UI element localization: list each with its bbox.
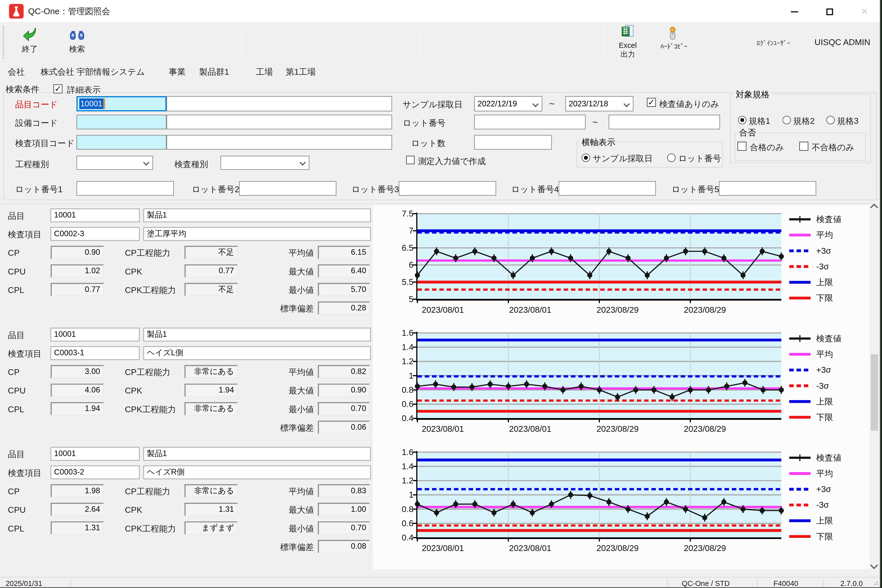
legend-label: 検査値 — [816, 214, 842, 224]
stddev-label: 標準偏差 — [256, 423, 314, 433]
toolbar-separator — [54, 26, 55, 59]
cpk-value-box: 1.31 — [184, 502, 238, 516]
minimize-button[interactable] — [781, 0, 808, 22]
sample-date-to-select[interactable]: 2023/12/18 — [566, 96, 633, 111]
toolbar-grip — [3, 26, 4, 58]
close-button[interactable]: × — [851, 0, 878, 22]
lot-no-to-input[interactable] — [609, 115, 720, 129]
svg-text:0.8: 0.8 — [402, 385, 413, 394]
svg-text:6.5: 6.5 — [402, 243, 413, 252]
lot-count-input[interactable] — [474, 135, 552, 150]
svg-text:5.5: 5.5 — [402, 277, 413, 286]
x-axis-label: 2023/08/01 — [422, 424, 464, 434]
xaxis-sample-date-radio[interactable] — [582, 153, 590, 162]
lot-no-from-input[interactable] — [474, 115, 586, 129]
fail-only-checkbox[interactable] — [800, 142, 808, 151]
scrollbar-thumb[interactable] — [871, 354, 878, 431]
item-code-box: 10001 — [51, 447, 140, 460]
inspection-item-code-input[interactable] — [76, 135, 166, 150]
inspection-type-select[interactable] — [220, 156, 309, 170]
svg-text:1: 1 — [409, 490, 414, 500]
legend-label: 上限 — [816, 397, 833, 406]
cp_capability-value-box: 非常にある — [184, 484, 238, 498]
equipment-name-input[interactable] — [166, 115, 392, 129]
excel-output-button[interactable]: Excel 出力 — [610, 24, 645, 61]
dropdown-arrow-icon — [143, 159, 150, 166]
min-label: 最小値 — [256, 524, 314, 534]
dropdown-arrow-icon — [532, 101, 539, 107]
sample-date-from-select[interactable]: 2022/12/19 — [474, 96, 542, 111]
stddev-label: 標準偏差 — [256, 304, 314, 314]
scroll-down-icon[interactable] — [870, 561, 878, 569]
lot-number-4-input[interactable] — [558, 181, 656, 196]
exit-button[interactable]: 終了 — [12, 26, 47, 59]
inspection-item-label: 検査項目 — [8, 230, 42, 240]
x-axis-label: 2023/08/29 — [597, 424, 639, 434]
equipment-code-input[interactable] — [76, 115, 166, 129]
app-root: QC-One：管理図照会 × 終了 検索 — [0, 0, 882, 588]
inspection-type-label: 検査種別 — [174, 159, 208, 169]
process-type-select[interactable] — [76, 156, 153, 170]
vertical-scrollbar[interactable] — [870, 201, 879, 573]
lot-no-label: ロット番号 — [403, 118, 446, 128]
pass-only-checkbox[interactable] — [737, 142, 747, 151]
lot-number-5-input[interactable] — [719, 181, 816, 196]
svg-text:1.4: 1.4 — [402, 462, 413, 471]
with-value-only-label: 検査値ありのみ — [659, 99, 719, 109]
svg-text:1.4: 1.4 — [402, 342, 413, 352]
cpl-label: CPL — [8, 285, 24, 295]
inspection-code-box: C0002-3 — [51, 227, 140, 241]
toolbar-separator — [604, 26, 604, 59]
legend-label: 検査値 — [816, 334, 842, 343]
cpk_capability-label: CPK工程能力 — [125, 524, 176, 534]
detail-display-checkbox[interactable]: ✓ — [54, 84, 63, 93]
excel-button-label1: Excel — [610, 41, 645, 50]
legend-label: 下限 — [816, 412, 833, 422]
lot-number-3-input[interactable] — [399, 181, 496, 196]
lot-number-2-input[interactable] — [239, 181, 336, 196]
spec2-radio[interactable] — [783, 116, 791, 124]
item-code-selected-text: 10001 — [79, 99, 104, 109]
measured-input-checkbox[interactable] — [406, 156, 414, 164]
search-button[interactable]: 検索 — [60, 26, 94, 59]
inspection-name-box: 塗工厚平均 — [143, 227, 370, 241]
inspection-item-name-input[interactable] — [166, 135, 392, 150]
scroll-up-icon[interactable] — [870, 204, 878, 212]
max-value-box: 1.00 — [318, 502, 370, 516]
x-axis-label: 2023/08/29 — [684, 424, 726, 434]
status-separator — [70, 579, 71, 586]
maximize-button[interactable] — [816, 0, 843, 22]
xaxis-lot-no-radio[interactable] — [667, 153, 675, 162]
svg-text:1.6: 1.6 — [402, 447, 413, 457]
company-value: 株式会社 宇部情報システム — [40, 67, 145, 77]
maximize-icon — [826, 8, 833, 15]
status-bar: 2025/01/31 QC-One / STD F40040 2.7.0.0 — [0, 577, 880, 587]
spec3-radio[interactable] — [826, 116, 835, 124]
inspection-code-box: C0003-1 — [51, 346, 140, 360]
lot-number-1-input[interactable] — [76, 181, 174, 196]
cpk-label: CPK — [125, 386, 142, 396]
results-divider — [0, 204, 870, 204]
stddev-value-box: 0.08 — [318, 540, 370, 553]
cp_capability-value-box: 不足 — [184, 246, 238, 259]
item-code-input[interactable]: 10001 — [76, 96, 166, 111]
login-user-label: ﾛｸﾞｲﾝﾕｰｻﾞｰ — [757, 38, 790, 48]
xaxis-display-label: 横軸表示 — [579, 137, 618, 148]
inspection-item-label: 検査項目 — [8, 468, 42, 478]
with-value-only-checkbox[interactable]: ✓ — [647, 98, 656, 107]
item-name-input[interactable] — [166, 96, 392, 111]
max-value-box: 0.90 — [318, 384, 370, 397]
svg-text:5: 5 — [409, 294, 414, 304]
status-date: 2025/01/31 — [6, 579, 42, 587]
legend-label: +3σ — [816, 484, 831, 494]
status-version: 2.7.0.0 — [840, 579, 863, 587]
cp-value-box: 0.90 — [51, 246, 104, 259]
factory-value: 第1工場 — [286, 67, 316, 77]
hardcopy-button[interactable]: ﾊｰﾄﾞｺﾋﾟｰ — [650, 26, 698, 58]
legend-label: +3σ — [816, 246, 831, 255]
control-chart-2: 1.61.41.210.80.60.42023/08/012023/08/012… — [373, 325, 870, 442]
resize-grip[interactable] — [876, 584, 878, 585]
spec1-radio[interactable] — [738, 116, 747, 124]
x-axis-label: 2023/08/29 — [684, 543, 726, 553]
cp_capability-label: CP工程能力 — [125, 486, 171, 496]
